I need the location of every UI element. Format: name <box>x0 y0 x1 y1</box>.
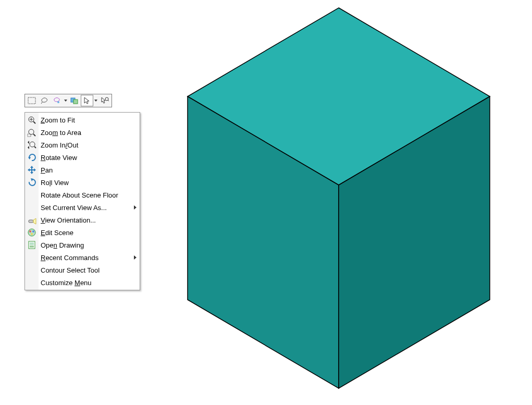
edit-scene-icon <box>27 228 36 237</box>
svg-rect-0 <box>28 97 35 104</box>
menu-item-label: Zoom to Area <box>41 129 81 137</box>
menu-item[interactable]: Roll View <box>25 176 140 189</box>
open-drawing-icon <box>27 240 36 250</box>
cube-top-face <box>188 8 490 185</box>
menu-item[interactable]: Zoom to Fit <box>25 114 140 126</box>
menu-item-label: Zoom to Fit <box>41 116 75 124</box>
select-over-geometry-icon <box>70 97 79 104</box>
view-context-menu: Zoom to FitZoom to AreaZoom In/OutRotate… <box>24 112 140 290</box>
dropdown-arrow[interactable] <box>63 95 68 106</box>
menu-item-label: Rotate About Scene Floor <box>41 191 118 199</box>
cursor-magnify-icon <box>101 97 109 104</box>
cursor-magnify-button[interactable] <box>98 95 111 106</box>
menu-item[interactable]: Open Drawing <box>25 239 140 251</box>
menu-item[interactable]: Set Current View As... <box>25 201 140 214</box>
rotate-view-icon <box>27 153 36 162</box>
lasso-filter-button[interactable] <box>51 95 63 106</box>
menu-item-label: Roll View <box>41 179 69 187</box>
menu-item-label: Rotate View <box>41 154 77 162</box>
cursor-icon <box>83 97 91 104</box>
menu-item-label: Recent Commands <box>41 254 98 262</box>
menu-item[interactable]: Zoom to Area <box>25 126 140 139</box>
svg-marker-5 <box>94 100 97 102</box>
menu-item[interactable]: View Orientation... <box>25 214 140 226</box>
cube-right-face <box>339 96 490 388</box>
zoom-inout-icon <box>27 140 36 150</box>
cube-left-face <box>188 96 339 388</box>
cursor-select-button[interactable] <box>81 95 93 106</box>
zoom-fit-icon <box>27 115 36 125</box>
submenu-arrow-icon <box>134 255 137 260</box>
submenu-arrow-icon <box>134 205 137 210</box>
menu-item[interactable]: Pan <box>25 164 140 176</box>
menu-item[interactable]: Recent Commands <box>25 251 140 264</box>
svg-rect-4 <box>73 100 78 104</box>
selection-toolbar <box>24 94 112 107</box>
menu-item-label: View Orientation... <box>41 216 96 224</box>
box-select-icon <box>28 97 36 104</box>
lasso-select-button[interactable] <box>38 95 51 106</box>
roll-view-icon <box>27 178 36 187</box>
menu-item-label: Pan <box>41 166 53 174</box>
menu-item[interactable]: Customize Menu <box>25 276 140 289</box>
menu-item-label: Zoom In/Out <box>41 141 78 149</box>
zoom-area-icon <box>27 128 36 137</box>
menu-item[interactable]: Rotate About Scene Floor <box>25 189 140 201</box>
menu-item-label: Customize Menu <box>41 279 92 287</box>
blank-icon <box>27 265 36 275</box>
blank-icon <box>27 253 36 262</box>
lasso-filter-icon <box>53 97 61 104</box>
menu-item[interactable]: Zoom In/Out <box>25 139 140 151</box>
flashlight-icon <box>27 215 36 225</box>
menu-item-label: Edit Scene <box>41 229 73 237</box>
menu-item[interactable]: Edit Scene <box>25 226 140 239</box>
menu-item[interactable]: Contour Select Tool <box>25 264 140 276</box>
menu-item[interactable]: Rotate View <box>25 151 140 164</box>
svg-marker-2 <box>64 100 67 102</box>
menu-item-label: Set Current View As... <box>41 204 107 212</box>
menu-item-label: Open Drawing <box>41 241 84 249</box>
select-over-geometry-button[interactable] <box>68 95 81 106</box>
svg-line-7 <box>108 100 109 101</box>
pan-icon <box>27 165 36 175</box>
dropdown-arrow[interactable] <box>93 95 98 106</box>
blank-icon <box>27 278 36 287</box>
isometric-cube <box>177 3 500 399</box>
svg-point-1 <box>57 101 59 103</box>
blank-icon <box>27 203 36 212</box>
box-select-button[interactable] <box>26 95 38 106</box>
lasso-select-icon <box>40 97 48 104</box>
blank-icon <box>27 190 36 200</box>
menu-item-label: Contour Select Tool <box>41 266 100 274</box>
